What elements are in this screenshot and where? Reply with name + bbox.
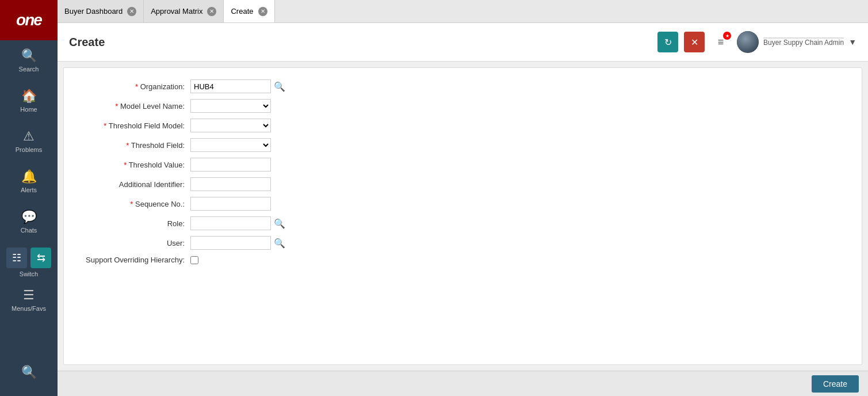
- app-logo[interactable]: one: [0, 0, 58, 40]
- user-input-group: 🔍: [190, 236, 286, 250]
- create-button[interactable]: Create: [812, 375, 859, 393]
- close-button[interactable]: ✕: [684, 32, 705, 52]
- threshold-field-model-select[interactable]: [190, 119, 271, 132]
- role-input[interactable]: [190, 216, 271, 230]
- refresh-button[interactable]: ↻: [657, 32, 678, 52]
- tab-bar: Buyer Dashboard ✕ Approval Matrix ✕ Crea…: [58, 0, 868, 23]
- threshold-field-model-label: Threshold Field Model:: [75, 121, 190, 130]
- problems-icon: ⚠: [23, 129, 35, 144]
- support-overriding-label: Support Overriding Hierarchy:: [75, 256, 190, 264]
- threshold-field-select[interactable]: [190, 138, 271, 152]
- menu-icon: ≡: [718, 36, 724, 48]
- sidebar-item-menus-favs[interactable]: ☰ Menus/Favs: [0, 280, 58, 320]
- role-input-group: 🔍: [190, 216, 286, 230]
- form-row-threshold-field-model: Threshold Field Model:: [75, 119, 850, 132]
- model-level-name-label: Model Level Name:: [75, 102, 190, 111]
- user-label: User:: [75, 239, 190, 248]
- sidebar-label-chats: Chats: [21, 227, 37, 234]
- sidebar-label-switch: Switch: [20, 271, 38, 277]
- tab-buyer-dashboard-label: Buyer Dashboard: [64, 7, 123, 16]
- form-container: Organization: 🔍 Model Level Name: Thresh…: [63, 67, 862, 365]
- sidebar-label-alerts: Alerts: [21, 186, 37, 193]
- organization-search-button[interactable]: 🔍: [273, 80, 286, 93]
- sequence-no-input[interactable]: [190, 197, 271, 211]
- user-info: Buyer Suppy Chain Admin: [763, 37, 844, 47]
- additional-identifier-input[interactable]: [190, 177, 271, 191]
- form-row-support-overriding: Support Overriding Hierarchy:: [75, 256, 850, 264]
- page-title: Create: [69, 36, 105, 49]
- form-row-sequence-no: Sequence No.:: [75, 197, 850, 211]
- organization-input-group: 🔍: [190, 79, 286, 93]
- content-header: Create ↻ ✕ ≡ ★ Buyer Suppy Chain Admin ▼: [58, 23, 868, 62]
- main-content: Buyer Dashboard ✕ Approval Matrix ✕ Crea…: [58, 0, 868, 396]
- switch-icon-left: ☷: [6, 248, 27, 268]
- form-wrapper: Organization: 🔍 Model Level Name: Thresh…: [58, 62, 868, 396]
- support-overriding-checkbox[interactable]: [190, 256, 198, 264]
- sidebar-item-problems[interactable]: ⚠ Problems: [0, 121, 58, 161]
- sidebar-label-home: Home: [20, 106, 37, 113]
- sidebar-item-home[interactable]: 🏠 Home: [0, 81, 58, 121]
- tab-buyer-dashboard[interactable]: Buyer Dashboard ✕: [58, 0, 144, 22]
- sidebar-item-switch[interactable]: ☷ ⇆: [0, 242, 58, 274]
- tab-approval-matrix[interactable]: Approval Matrix ✕: [144, 0, 224, 22]
- role-search-button[interactable]: 🔍: [273, 217, 286, 230]
- tab-create-label: Create: [231, 7, 253, 16]
- sidebar-item-alerts[interactable]: 🔔 Alerts: [0, 161, 58, 201]
- search-icon: 🔍: [21, 48, 37, 63]
- threshold-value-label: Threshold Value:: [75, 161, 190, 169]
- tab-create-close[interactable]: ✕: [258, 7, 267, 16]
- organization-input[interactable]: [190, 79, 271, 93]
- form-row-role: Role: 🔍: [75, 216, 850, 230]
- form-row-threshold-field: Threshold Field:: [75, 138, 850, 152]
- form-row-user: User: 🔍: [75, 236, 850, 250]
- form-row-model-level-name: Model Level Name:: [75, 99, 850, 113]
- user-dropdown-arrow[interactable]: ▼: [848, 37, 856, 47]
- form-row-additional-identifier: Additional Identifier:: [75, 177, 850, 191]
- menu-button[interactable]: ≡ ★: [710, 32, 731, 52]
- user-role: Buyer Suppy Chain Admin: [763, 39, 844, 47]
- bottom-search-icon: 🔍: [21, 365, 37, 380]
- threshold-value-input[interactable]: [190, 158, 271, 172]
- header-actions: ↻ ✕ ≡ ★ Buyer Suppy Chain Admin ▼: [657, 31, 856, 53]
- tab-create[interactable]: Create ✕: [224, 0, 274, 22]
- sidebar-item-search[interactable]: 🔍 Search: [0, 40, 58, 81]
- tab-approval-matrix-close[interactable]: ✕: [207, 7, 216, 16]
- alerts-icon: 🔔: [21, 169, 37, 184]
- model-level-name-select[interactable]: [190, 99, 271, 113]
- sequence-no-label: Sequence No.:: [75, 200, 190, 208]
- logo-text: one: [16, 11, 41, 29]
- sidebar: one 🔍 Search 🏠 Home ⚠ Problems 🔔 Alerts …: [0, 0, 58, 396]
- form-row-organization: Organization: 🔍: [75, 79, 850, 93]
- chats-icon: 💬: [21, 210, 37, 224]
- form-row-threshold-value: Threshold Value:: [75, 158, 850, 172]
- sidebar-label-menus: Menus/Favs: [12, 305, 46, 312]
- avatar-image: [737, 31, 759, 53]
- tab-approval-matrix-label: Approval Matrix: [151, 7, 202, 16]
- home-icon: 🏠: [21, 89, 37, 104]
- sidebar-bottom: 🔍: [18, 357, 40, 396]
- sidebar-label-search: Search: [19, 66, 39, 73]
- threshold-field-label: Threshold Field:: [75, 141, 190, 150]
- sidebar-item-chats[interactable]: 💬 Chats: [0, 201, 58, 242]
- tab-buyer-dashboard-close[interactable]: ✕: [127, 7, 136, 16]
- user-input[interactable]: [190, 236, 271, 250]
- menus-icon: ☰: [23, 288, 35, 303]
- sidebar-item-bottom-search[interactable]: 🔍: [18, 357, 40, 390]
- user-area: Buyer Suppy Chain Admin ▼: [737, 31, 856, 53]
- user-search-button[interactable]: 🔍: [273, 237, 286, 249]
- avatar: [737, 31, 759, 53]
- page-footer: Create: [58, 371, 868, 396]
- menu-badge: ★: [723, 32, 731, 40]
- sidebar-label-problems: Problems: [16, 146, 42, 153]
- switch-icon-right: ⇆: [30, 248, 51, 268]
- organization-label: Organization:: [75, 82, 190, 91]
- role-label: Role:: [75, 219, 190, 228]
- additional-identifier-label: Additional Identifier:: [75, 180, 190, 189]
